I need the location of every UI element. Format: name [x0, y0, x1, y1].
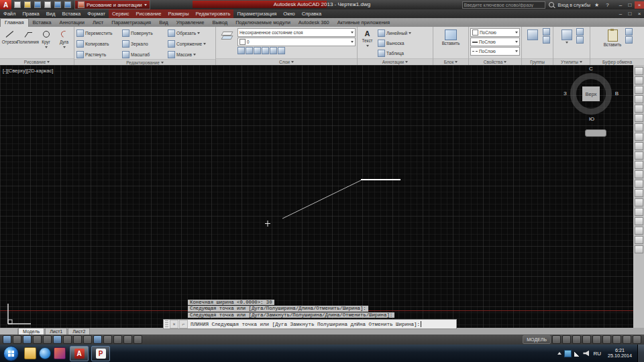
steering-wheel-icon[interactable] [592, 335, 601, 344]
leader-button[interactable]: Выноска [377, 38, 431, 48]
grid-icon[interactable] [23, 335, 32, 344]
tab-output[interactable]: Вывод [208, 19, 231, 27]
command-drag-handle[interactable] [165, 320, 168, 328]
side-toolbar-button[interactable] [635, 76, 643, 84]
panel-layers-label[interactable]: Слои [216, 58, 357, 65]
minimize-button[interactable]: – [616, 1, 625, 9]
paste-button[interactable]: Вставить [601, 28, 624, 58]
tab-plugins[interactable]: Подключаемые модули [231, 19, 294, 27]
drawing-canvas[interactable]: [-][Сверху][2D-каркас] С Ю З В Верх Коне… [0, 65, 633, 328]
toolbar-lock-icon[interactable] [623, 335, 631, 344]
layer-isolate-icon[interactable] [246, 47, 253, 54]
show-desktop-button[interactable] [637, 345, 644, 362]
linetype-dropdown[interactable]: ПоСлою [470, 47, 520, 56]
ungroup-icon[interactable] [543, 28, 550, 36]
menu-draw[interactable]: Рисование [133, 9, 165, 18]
taskbar-autocad-button[interactable]: A [70, 346, 89, 361]
move-button[interactable]: Переместить [76, 28, 120, 38]
cut-icon[interactable] [625, 28, 633, 36]
ortho-icon[interactable] [33, 335, 42, 344]
command-close-icon[interactable]: × [170, 320, 178, 328]
viewcube-menu[interactable] [585, 129, 606, 137]
rotate-button[interactable]: Повернуть [121, 28, 166, 38]
viewcube-north[interactable]: С [589, 66, 593, 72]
tab-layout[interactable]: Лист [89, 19, 107, 27]
model-space-button[interactable]: МОДЕЛЬ [523, 335, 551, 344]
tab-layout2[interactable]: Лист2 [68, 328, 90, 335]
qat-plot-icon[interactable] [43, 1, 52, 9]
viewcube-south[interactable]: Ю [589, 116, 594, 122]
group-button[interactable] [524, 28, 541, 58]
quickview-drawings-icon[interactable] [552, 335, 561, 344]
side-toolbar-button[interactable] [635, 245, 643, 253]
qat-undo-icon[interactable] [53, 1, 62, 9]
polyline-button[interactable]: Полилиния [19, 28, 36, 58]
infer-constraints-icon[interactable] [3, 335, 11, 344]
menu-dimension[interactable]: Размеры [164, 9, 192, 18]
side-toolbar-button[interactable] [635, 227, 643, 235]
layer-prev-icon[interactable] [278, 47, 285, 54]
3dosnap-icon[interactable] [63, 335, 72, 344]
quickview-layouts-icon[interactable] [562, 335, 571, 344]
side-toolbar-button[interactable] [635, 142, 643, 150]
command-line[interactable]: × ⌐ ПЛИНИЯ Следующая точка или [Дуга Зам… [163, 319, 457, 329]
tab-manage[interactable]: Управление [172, 19, 209, 27]
layer-dropdown[interactable]: 0 [237, 38, 356, 46]
side-toolbar-button[interactable] [635, 170, 643, 178]
taskbar-app-p-button[interactable]: Р [91, 346, 110, 361]
panel-modify-label[interactable]: Редактирование [74, 59, 215, 65]
tab-annotate[interactable]: Аннотации [55, 19, 89, 27]
side-toolbar-button[interactable] [635, 95, 643, 103]
panel-block-label[interactable]: Блок [433, 58, 468, 65]
dynamic-input-icon[interactable] [93, 335, 102, 344]
favorites-star-icon[interactable]: ★ [592, 1, 601, 9]
qat-open-icon[interactable] [23, 1, 32, 9]
qat-redo-icon[interactable] [63, 1, 72, 9]
menu-parametric[interactable]: Параметризация [233, 9, 280, 18]
menu-tools[interactable]: Сервис [109, 9, 133, 18]
dynamic-ucs-icon[interactable] [83, 335, 92, 344]
measure-button[interactable] [559, 28, 575, 58]
side-toolbar-button[interactable] [635, 67, 643, 75]
clock[interactable]: 6:21 25.10.2014 [605, 348, 635, 359]
menu-help[interactable]: Справка [299, 9, 325, 18]
menu-file[interactable]: Файл [0, 9, 19, 18]
search-icon[interactable] [547, 1, 556, 9]
layer-lock-icon[interactable] [262, 47, 269, 54]
language-indicator[interactable]: RU [592, 351, 602, 357]
group-edit-icon[interactable] [543, 36, 550, 44]
tab-insert[interactable]: Вставка [29, 19, 56, 27]
side-toolbar-button[interactable] [635, 198, 643, 206]
side-toolbar-button[interactable] [635, 236, 643, 244]
side-toolbar-button[interactable] [635, 217, 643, 225]
osnap-icon[interactable] [53, 335, 62, 344]
viewcube-top-face[interactable]: Верх [582, 86, 600, 101]
side-toolbar-button[interactable] [635, 180, 643, 188]
close-button[interactable]: × [635, 1, 644, 9]
menu-edit[interactable]: Правка [19, 9, 42, 18]
media-player-icon[interactable] [54, 347, 66, 359]
panel-properties-label[interactable]: Свойства [469, 58, 521, 65]
help-icon[interactable]: ? [603, 1, 612, 9]
tray-expand-icon[interactable] [557, 352, 561, 355]
quick-properties-icon[interactable] [123, 335, 132, 344]
object-track-icon[interactable] [73, 335, 82, 344]
trim-button[interactable]: Обрезать [167, 28, 211, 38]
tab-parametric[interactable]: Параметризация [107, 19, 155, 27]
copy-clip-icon[interactable] [625, 36, 633, 44]
lineweight-display-icon[interactable] [103, 335, 112, 344]
network-icon[interactable] [574, 351, 580, 357]
workspace-switch-icon[interactable] [612, 335, 621, 344]
arc-button[interactable]: Дуга [56, 28, 72, 58]
volume-icon[interactable] [583, 351, 589, 357]
layer-properties-button[interactable] [217, 28, 236, 58]
side-toolbar-button[interactable] [635, 114, 643, 122]
text-button[interactable]: А Текст [359, 28, 376, 58]
menu-modify[interactable]: Редактировать [193, 9, 234, 18]
pan-icon[interactable] [572, 335, 581, 344]
zoom-icon[interactable] [582, 335, 591, 344]
panel-clipboard-label[interactable]: Буфер обмена [590, 58, 644, 65]
side-toolbar-button[interactable] [635, 86, 643, 94]
table-button[interactable]: Таблица [377, 48, 431, 58]
command-prompt[interactable]: ПЛИНИЯ Следующая точка или [Дуга Замкнут… [189, 322, 420, 327]
